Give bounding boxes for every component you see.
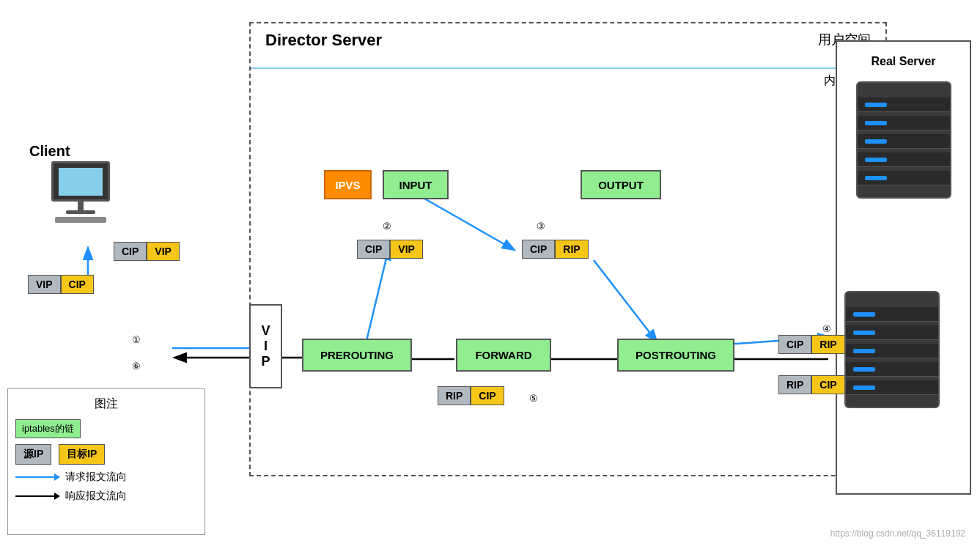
client-cip-tag: CIP: [61, 275, 94, 294]
legend-request-item: 请求报文流向: [15, 471, 197, 484]
user-space-divider: [251, 67, 885, 69]
legend-request-label: 请求报文流向: [65, 471, 127, 484]
step5-label: ⑤: [526, 390, 542, 406]
rs-rip-tag: RIP: [811, 335, 844, 354]
forward-chain-box: FORWARD: [456, 339, 551, 372]
return-vip-tag: VIP: [147, 242, 180, 261]
rs-rip2-tag: RIP: [778, 375, 811, 394]
rs-cip-tag: CIP: [778, 335, 811, 354]
client-computer-icon: [40, 161, 121, 220]
client-vip-tag: VIP: [28, 275, 61, 294]
director-cip-vip-pair: CIP VIP: [357, 240, 423, 259]
legend-title: 图注: [15, 396, 197, 412]
legend-ip-item: 源IP 目标IP: [15, 444, 197, 465]
router-icon: [44, 322, 117, 374]
director-server-label: Director Server: [265, 31, 382, 50]
legend-black-arrow: [15, 495, 59, 497]
legend-target-ip: 目标IP: [59, 444, 105, 465]
bot-cip-tag: CIP: [471, 386, 504, 405]
client-label: Client: [29, 143, 70, 160]
postrouting-chain-box: POSTROUTING: [617, 339, 734, 372]
client-send-ip-pair: VIP CIP: [28, 275, 94, 294]
return-cip-tag: CIP: [114, 242, 147, 261]
step4-label: ④: [819, 320, 835, 336]
legend-response-item: 响应报文流向: [15, 490, 197, 503]
legend-chain-sample: iptables的链: [15, 419, 81, 438]
ipvs-box: IPVS: [324, 170, 372, 199]
main-container: Client: [0, 0, 980, 546]
client-return-ip-pair: CIP VIP: [114, 242, 180, 261]
director-cip-rip-pair: CIP RIP: [522, 240, 589, 259]
dir-cip2-tag: CIP: [522, 240, 555, 259]
rs-cip2-tag: CIP: [811, 375, 844, 394]
step3-label: ③: [533, 218, 549, 234]
dir-cip-tag: CIP: [357, 240, 390, 259]
real-server-label: Real Server: [837, 49, 970, 74]
legend-blue-arrow: [15, 476, 59, 478]
output-chain-box: OUTPUT: [581, 170, 661, 199]
watermark: https://blog.csdn.net/qq_36119192: [830, 528, 965, 539]
legend-response-label: 响应报文流向: [65, 490, 127, 503]
real-server-section: Real Server ④ CIP RIP: [836, 40, 971, 495]
step1-label: ①: [128, 331, 144, 347]
prerouting-chain-box: PREROUTING: [302, 339, 412, 372]
input-chain-box: INPUT: [383, 170, 449, 199]
step6-label: ⑥: [128, 358, 144, 374]
legend-source-ip: 源IP: [15, 444, 51, 465]
server-icon-top: [856, 81, 951, 199]
legend-box: 图注 iptables的链 源IP 目标IP 请求报文流向 响应报文流向: [7, 388, 205, 535]
dir-rip-tag: RIP: [555, 240, 588, 259]
step2-label: ②: [379, 218, 395, 234]
vip-vertical-box: V I P: [249, 304, 282, 388]
bot-rip-tag: RIP: [438, 386, 471, 405]
server-icon-bottom: [844, 291, 940, 408]
dir-vip-tag: VIP: [390, 240, 423, 259]
rs-rip-cip-pair: RIP CIP: [778, 375, 845, 394]
director-server-box: Director Server 用户空间 内核空间 IPVS INPUT OUT…: [249, 22, 887, 476]
legend-chain-item: iptables的链: [15, 419, 197, 438]
bottom-rip-cip-pair: RIP CIP: [438, 386, 504, 405]
rs-cip-rip-pair: CIP RIP: [778, 335, 845, 354]
